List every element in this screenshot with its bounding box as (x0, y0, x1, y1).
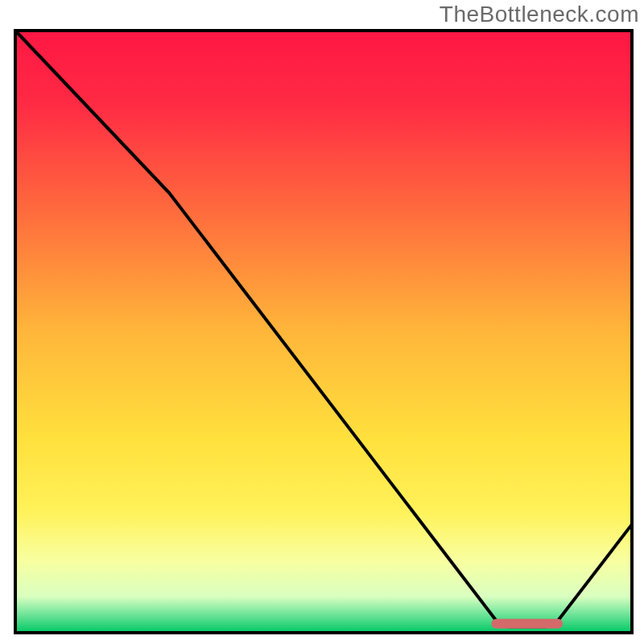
chart-canvas: TheBottleneck.com (0, 0, 644, 644)
gradient-background (15, 31, 632, 633)
chart-svg (0, 0, 644, 644)
